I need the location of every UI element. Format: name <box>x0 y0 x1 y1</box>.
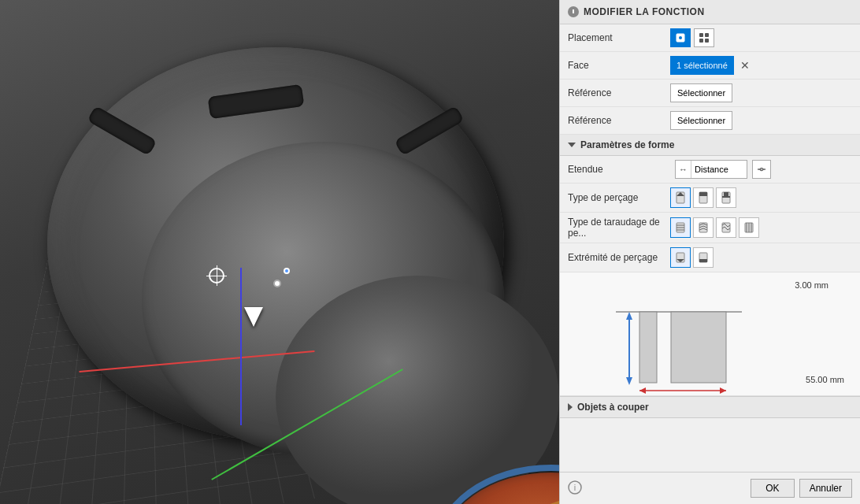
drill-type-btn-2[interactable] <box>693 187 714 208</box>
center-dot <box>273 280 281 287</box>
svg-rect-6 <box>699 39 703 43</box>
footer-buttons: OK Annuler <box>751 479 852 498</box>
objects-cut-title: Objets à couper <box>577 402 649 413</box>
svg-rect-15 <box>724 192 728 196</box>
panel-title-bar: MODIFIER LA FONCTION <box>560 0 860 24</box>
blue-dot <box>284 268 290 274</box>
dimension2-label: 55.00 mm <box>806 375 844 384</box>
svg-rect-4 <box>699 33 703 37</box>
svg-text:i: i <box>574 483 576 492</box>
panel-footer: i OK Annuler <box>560 472 860 504</box>
face-controls: 1 sélectionné ✕ <box>670 56 852 75</box>
svg-rect-30 <box>699 259 707 262</box>
ok-button[interactable]: OK <box>751 479 794 498</box>
svg-marker-35 <box>626 377 632 385</box>
svg-rect-13 <box>699 192 707 196</box>
axis-blue <box>240 268 242 425</box>
drill-type-btn-1[interactable] <box>670 187 691 208</box>
placement-btn-multi[interactable] <box>694 28 714 47</box>
svg-rect-7 <box>705 39 709 43</box>
thread-type-label: Type de taraudage de pe... <box>568 217 670 239</box>
placement-row: Placement <box>560 24 860 52</box>
reference2-controls: Sélectionner <box>670 111 852 130</box>
extent-input[interactable] <box>691 161 747 178</box>
panel-title-text: MODIFIER LA FONCTION <box>584 6 705 17</box>
drill-end-label: Extrémité de perçage <box>568 252 670 263</box>
extent-input-wrap: ↔ <box>675 160 747 179</box>
drill-type-buttons <box>670 187 736 208</box>
thread-type-buttons <box>670 217 759 238</box>
wheel-ring1 <box>142 142 504 457</box>
extent-icon: ↔ <box>676 161 691 178</box>
modify-function-panel: MODIFIER LA FONCTION Placement Face 1 sé… <box>559 0 860 504</box>
drill-end-buttons <box>670 247 714 268</box>
svg-rect-36 <box>671 312 726 383</box>
svg-point-3 <box>679 36 682 39</box>
reference2-select-btn[interactable]: Sélectionner <box>670 111 732 130</box>
face-selected-btn[interactable]: 1 sélectionné <box>670 56 734 75</box>
objects-cut-section-header[interactable]: Objets à couper <box>560 396 860 418</box>
3d-viewport <box>0 0 559 504</box>
reference1-label: Référence <box>568 87 670 98</box>
dimension1-label: 3.00 mm <box>795 280 828 290</box>
reference1-row: Référence Sélectionner <box>560 80 860 107</box>
diagram-area: 3.00 mm <box>560 272 860 396</box>
placement-controls <box>670 28 852 47</box>
face-clear-btn[interactable]: ✕ <box>737 57 753 73</box>
thread-type-btn-2[interactable] <box>693 217 714 238</box>
form-params-section-header[interactable]: Paramètres de forme <box>560 135 860 156</box>
face-label: Face <box>568 60 670 71</box>
placement-label: Placement <box>568 32 670 43</box>
diagram-svg <box>600 296 821 398</box>
drill-end-row: Extrémité de perçage <box>560 243 860 272</box>
triangle-down-icon <box>568 143 576 147</box>
svg-rect-32 <box>639 312 657 383</box>
panel-title-icon <box>568 6 579 17</box>
form-params-title: Paramètres de forme <box>580 139 674 150</box>
drill-type-row: Type de perçage <box>560 183 860 213</box>
panel-content: Placement Face 1 sélectionné ✕ Référence <box>560 24 860 472</box>
crosshair-handle[interactable] <box>209 268 224 284</box>
reference1-controls: Sélectionner <box>670 83 852 102</box>
cancel-button[interactable]: Annuler <box>799 479 852 498</box>
svg-marker-38 <box>639 387 646 394</box>
svg-marker-39 <box>720 387 726 394</box>
reference2-row: Référence Sélectionner <box>560 107 860 135</box>
svg-marker-34 <box>626 312 632 320</box>
thread-type-btn-1[interactable] <box>670 217 691 238</box>
svg-rect-5 <box>705 33 709 37</box>
extent-label: Etendue <box>568 164 670 175</box>
white-arrow-handle[interactable] <box>244 307 263 327</box>
thread-type-row: Type de taraudage de pe... <box>560 213 860 243</box>
reference1-select-btn[interactable]: Sélectionner <box>670 83 732 102</box>
drill-type-label: Type de perçage <box>568 192 670 203</box>
wheel-ring2 <box>276 276 559 504</box>
footer-info-icon: i <box>568 480 582 496</box>
wheel-blue-ring <box>433 465 559 504</box>
extent-link-btn[interactable] <box>752 160 771 179</box>
triangle-right-icon <box>568 403 573 411</box>
svg-rect-1 <box>573 9 574 13</box>
drill-end-btn-2[interactable] <box>693 247 714 268</box>
extent-row: Etendue ↔ <box>560 156 860 183</box>
face-row: Face 1 sélectionné ✕ <box>560 52 860 80</box>
svg-rect-21 <box>699 223 707 232</box>
drill-end-btn-1[interactable] <box>670 247 691 268</box>
thread-type-btn-4[interactable] <box>739 217 759 238</box>
placement-btn-single[interactable] <box>670 28 691 47</box>
reference2-label: Référence <box>568 115 670 126</box>
svg-rect-16 <box>722 196 730 198</box>
drill-type-btn-3[interactable] <box>716 187 736 208</box>
thread-type-btn-3[interactable] <box>716 217 736 238</box>
